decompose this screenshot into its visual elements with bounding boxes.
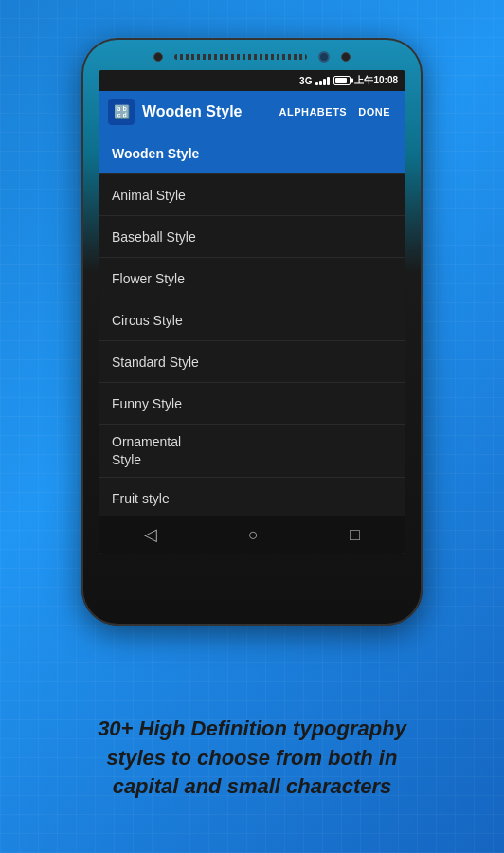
- bottom-text-line1: 30+ High Definition typography: [98, 717, 406, 740]
- recent-apps-button[interactable]: □: [350, 525, 360, 545]
- nav-bar: ◁ ○ □: [99, 516, 405, 554]
- phone-top: [81, 38, 423, 70]
- signal-text: 3G: [299, 76, 312, 86]
- bottom-text: 30+ High Definition typography styles to…: [98, 715, 406, 802]
- animal-style-label: Animal Style: [112, 188, 186, 203]
- fruit-style-item[interactable]: Fruit style: [99, 478, 405, 519]
- signal-bar-4: [327, 77, 330, 85]
- signal-bar-3: [323, 79, 326, 85]
- funny-style-item[interactable]: Funny Style: [99, 383, 405, 425]
- phone-screen: 3G 上午10:08 🔡 Wooden Style ALPHABETS DONE…: [99, 70, 405, 554]
- battery-icon: [333, 76, 351, 85]
- phone-camera: [318, 51, 330, 63]
- time-text: 上午10:08: [354, 74, 398, 87]
- baseball-style-label: Baseball Style: [112, 229, 196, 245]
- wooden-style-item[interactable]: Wooden Style: [99, 133, 405, 174]
- home-button[interactable]: ○: [248, 525, 259, 545]
- flower-style-label: Flower Style: [112, 271, 185, 286]
- phone-dot-right: [341, 52, 351, 62]
- phone-shell: 3G 上午10:08 🔡 Wooden Style ALPHABETS DONE…: [81, 38, 423, 626]
- signal-bar-2: [319, 81, 322, 85]
- alphabets-button[interactable]: ALPHABETS: [273, 102, 352, 121]
- app-header: 🔡 Wooden Style ALPHABETS DONE: [99, 91, 405, 133]
- circus-style-label: Circus Style: [112, 313, 183, 328]
- phone-speaker: [174, 54, 307, 60]
- battery-fill: [335, 78, 347, 83]
- app-title: Wooden Style: [142, 103, 273, 120]
- circus-style-item[interactable]: Circus Style: [99, 299, 405, 341]
- signal-bars: [315, 77, 330, 85]
- flower-style-item[interactable]: Flower Style: [99, 258, 405, 299]
- funny-style-label: Funny Style: [112, 396, 182, 411]
- done-button[interactable]: DONE: [352, 102, 396, 121]
- wooden-style-label: Wooden Style: [112, 146, 199, 161]
- app-icon: 🔡: [108, 99, 135, 125]
- ornamental-style-item[interactable]: OrnamentalStyle: [99, 425, 405, 478]
- ornamental-style-label: OrnamentalStyle: [112, 433, 181, 467]
- status-bar: 3G 上午10:08: [99, 70, 405, 91]
- fruit-style-label: Fruit style: [112, 491, 170, 506]
- animal-style-item[interactable]: Animal Style: [99, 174, 405, 216]
- bottom-text-line3: capital and small characters: [113, 774, 392, 798]
- signal-bar-1: [315, 82, 318, 85]
- back-button[interactable]: ◁: [144, 524, 157, 545]
- baseball-style-item[interactable]: Baseball Style: [99, 216, 405, 258]
- phone-dot-left: [153, 52, 163, 62]
- bottom-text-section: 30+ High Definition typography styles to…: [0, 663, 504, 853]
- bottom-text-line2: styles to choose from both in: [107, 746, 398, 770]
- phone-bottom: [81, 554, 423, 572]
- standard-style-item[interactable]: Standard Style: [99, 341, 405, 383]
- menu-list: Animal Style Baseball Style Flower Style…: [99, 174, 405, 554]
- standard-style-label: Standard Style: [112, 354, 199, 370]
